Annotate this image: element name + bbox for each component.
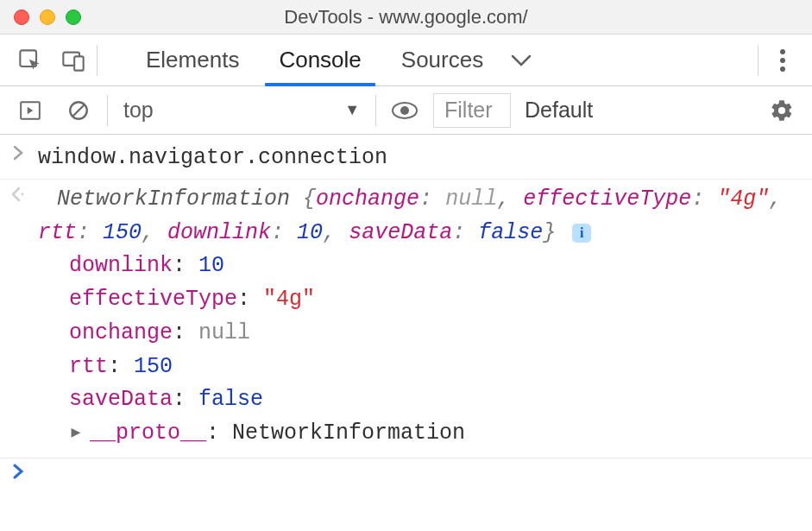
more-tabs-icon[interactable] [500, 40, 542, 81]
console-input-row: window.navigator.connection [0, 140, 812, 177]
object-properties: downlink: 10effectiveType: "4g"onchange:… [69, 250, 802, 451]
console-output[interactable]: ▼ NetworkInformation {onchange: null, ef… [38, 183, 802, 451]
separator [375, 95, 376, 126]
execution-context-selector[interactable]: top ▼ [116, 93, 367, 128]
tab-console[interactable]: Console [265, 35, 375, 85]
tab-label: Sources [401, 47, 483, 73]
svg-point-11 [22, 193, 24, 195]
console-prompt-input[interactable] [38, 460, 802, 494]
window-titlebar: DevTools - www.google.com/ [0, 0, 812, 35]
console-body: window.navigator.connection ▼ NetworkInf… [0, 135, 812, 496]
object-summary[interactable]: ▼ NetworkInformation {onchange: null, ef… [38, 183, 802, 250]
device-toolbar-icon[interactable] [54, 41, 93, 80]
log-levels-selector[interactable]: Default [519, 98, 598, 123]
inspect-element-icon[interactable] [10, 41, 50, 80]
object-property[interactable]: onchange: null [69, 317, 802, 351]
toggle-sidebar-icon[interactable] [10, 91, 50, 130]
devtools-tabstrip: Elements Console Sources [0, 35, 812, 86]
console-prompt-row[interactable] [0, 458, 812, 496]
console-toolbar: top ▼ Filter Default [0, 86, 812, 135]
close-window-button[interactable] [14, 9, 29, 25]
console-input-text[interactable]: window.navigator.connection [38, 142, 802, 175]
input-marker-icon [7, 142, 29, 161]
svg-point-4 [780, 58, 785, 63]
levels-label: Default [525, 98, 593, 122]
separator [758, 45, 758, 76]
live-expression-icon[interactable] [385, 91, 425, 130]
svg-line-8 [73, 104, 85, 116]
object-property[interactable]: downlink: 10 [69, 250, 802, 283]
zoom-window-button[interactable] [66, 9, 81, 25]
info-badge-icon[interactable]: i [572, 224, 591, 243]
console-settings-icon[interactable] [762, 91, 802, 130]
prompt-marker-icon [7, 460, 29, 479]
devtools-menu-icon[interactable] [762, 40, 803, 81]
tab-label: Elements [146, 47, 239, 73]
object-property[interactable]: effectiveType: "4g" [69, 283, 802, 317]
disclosure-triangle-closed-icon[interactable]: ▶ [69, 421, 83, 446]
panel-tabs: Elements Console Sources [132, 35, 497, 85]
svg-rect-2 [74, 56, 84, 70]
svg-point-3 [780, 49, 785, 54]
window-title: DevTools - www.google.com/ [0, 6, 812, 28]
window-controls [14, 9, 81, 25]
console-output-row: ▼ NetworkInformation {onchange: null, ef… [0, 181, 812, 452]
filter-placeholder: Filter [444, 98, 493, 123]
object-property[interactable]: rtt: 150 [69, 351, 802, 384]
object-proto[interactable]: ▶__proto__: NetworkInformation [69, 417, 802, 451]
output-marker-icon [7, 183, 29, 202]
svg-point-10 [400, 106, 409, 115]
tab-label: Console [279, 47, 361, 73]
separator [107, 95, 108, 126]
clear-console-icon[interactable] [59, 91, 98, 130]
tab-sources[interactable]: Sources [387, 35, 497, 85]
separator [97, 45, 98, 76]
filter-input[interactable]: Filter [433, 93, 511, 128]
chevron-down-icon: ▼ [344, 101, 360, 119]
tab-elements[interactable]: Elements [132, 35, 253, 85]
minimize-window-button[interactable] [40, 9, 55, 25]
context-label: top [123, 98, 154, 123]
svg-point-5 [780, 66, 785, 72]
object-property[interactable]: saveData: false [69, 383, 802, 417]
